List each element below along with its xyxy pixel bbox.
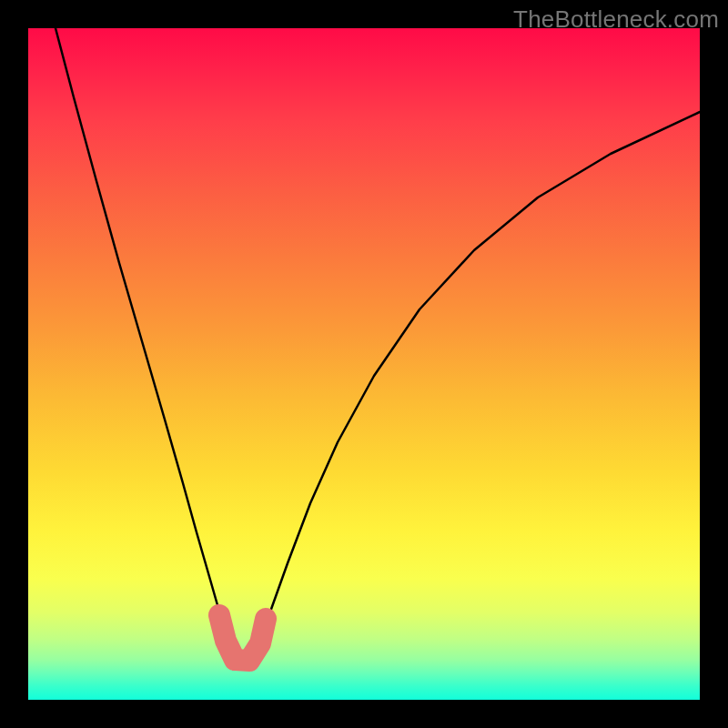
plot-area bbox=[28, 28, 700, 700]
highlight-marker bbox=[219, 615, 266, 661]
chart-stage: TheBottleneck.com bbox=[0, 0, 728, 728]
highlight-layer bbox=[28, 28, 700, 700]
